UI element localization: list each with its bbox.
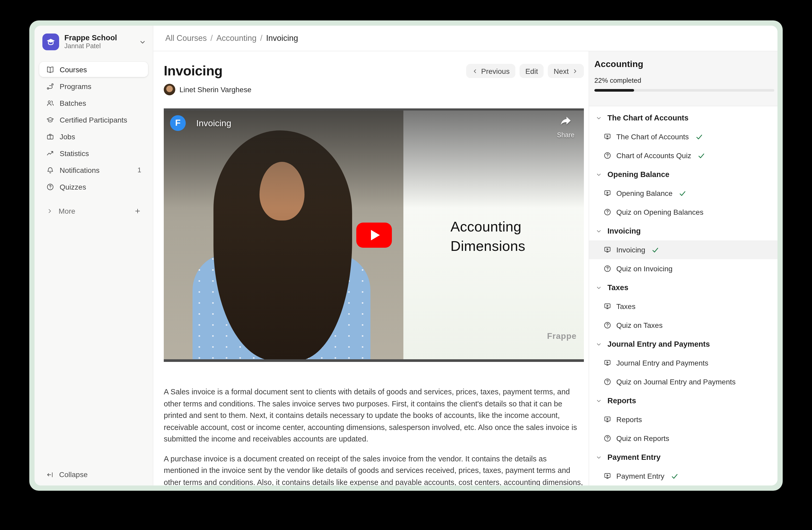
progress-label: 22% completed [594, 76, 774, 84]
outline-item-quiz-on-reports[interactable]: Quiz on Reports [589, 429, 778, 448]
outline-section-taxes[interactable]: Taxes [589, 278, 778, 297]
page-title: Invoicing [164, 63, 223, 79]
check-icon [695, 133, 703, 141]
outline-item-quiz-on-journal-entry-and-payments[interactable]: Quiz on Journal Entry and Payments [589, 372, 778, 391]
outline-section-title: Reports [607, 396, 636, 405]
video-overlay-title[interactable]: Invoicing [196, 118, 231, 129]
sidebar-item-batches[interactable]: Batches [39, 95, 148, 111]
outline-item-the-chart-of-accounts[interactable]: The Chart of Accounts [589, 127, 778, 146]
outline-item-label: Reports [616, 415, 642, 424]
lesson-video-player[interactable]: Accounting Dimensions Frappe F Invoicing [164, 108, 584, 362]
school-name: Frappe School [64, 34, 117, 42]
outline-item-quiz-on-opening-balances[interactable]: Quiz on Opening Balances [589, 203, 778, 222]
course-progress-bar [594, 89, 774, 92]
outline-item-label: Quiz on Opening Balances [616, 208, 704, 216]
check-icon [652, 246, 659, 254]
course-outline: The Chart of AccountsThe Chart of Accoun… [589, 106, 778, 486]
frappe-school-logo [42, 33, 59, 50]
outline-item-taxes[interactable]: Taxes [589, 297, 778, 316]
breadcrumb-item-invoicing: Invoicing [266, 33, 298, 43]
sidebar-item-notifications[interactable]: Notifications1 [39, 162, 148, 178]
outline-item-label: Quiz on Reports [616, 434, 669, 443]
sidebar-item-courses[interactable]: Courses [39, 62, 148, 77]
outline-section-title: The Chart of Accounts [607, 114, 688, 122]
sidebar-item-label: Quizzes [60, 182, 86, 191]
sidebar-item-certified-participants[interactable]: Certified Participants [39, 112, 148, 127]
outline-section-payment-entry[interactable]: Payment Entry [589, 448, 778, 466]
next-button[interactable]: Next [548, 64, 584, 78]
video-lesson-icon [603, 189, 612, 197]
outline-section-invoicing[interactable]: Invoicing [589, 222, 778, 240]
sidebar-item-label: Programs [60, 82, 91, 90]
previous-button[interactable]: Previous [466, 64, 516, 78]
frappe-watermark: Frappe [547, 332, 577, 341]
play-button[interactable] [356, 223, 392, 248]
outline-item-invoicing[interactable]: Invoicing [589, 240, 778, 259]
sidebar-footer: Collapse [34, 468, 153, 486]
edit-button[interactable]: Edit [520, 64, 543, 78]
outline-item-label: Invoicing [616, 246, 646, 254]
sidebar-item-quizzes[interactable]: Quizzes [39, 179, 148, 194]
channel-logo[interactable]: F [170, 115, 186, 131]
workspace-switcher[interactable]: Frappe School Jannat Patel [34, 26, 153, 50]
chevron-down-icon [595, 114, 602, 121]
sidebar-item-label: Batches [60, 99, 86, 107]
outline-item-label: Chart of Accounts Quiz [616, 151, 691, 160]
outline-item-quiz-on-invoicing[interactable]: Quiz on Invoicing [589, 259, 778, 278]
quiz-icon [603, 151, 612, 160]
user-name: Jannat Patel [64, 42, 117, 50]
outline-item-label: Quiz on Journal Entry and Payments [616, 378, 736, 386]
outline-item-label: Journal Entry and Payments [616, 359, 708, 367]
outline-section-reports[interactable]: Reports [589, 391, 778, 410]
notification-count-badge: 1 [137, 166, 141, 174]
sidebar-item-label: Courses [60, 65, 87, 73]
graduation-icon [46, 115, 54, 124]
outline-item-quiz-on-taxes[interactable]: Quiz on Taxes [589, 316, 778, 335]
collapse-label: Collapse [59, 470, 88, 479]
more-label: More [59, 207, 75, 215]
quiz-icon [603, 378, 612, 386]
outline-item-opening-balance[interactable]: Opening Balance [589, 184, 778, 203]
quiz-icon [603, 321, 612, 330]
breadcrumb-item-accounting[interactable]: Accounting [216, 33, 256, 43]
outline-item-payment-entry[interactable]: Payment Entry [589, 466, 778, 486]
outline-item-label: Quiz on Invoicing [616, 264, 672, 273]
outline-section-title: Opening Balance [607, 170, 669, 179]
sidebar-item-more[interactable]: More [39, 203, 148, 219]
collapse-icon [46, 471, 54, 478]
chevron-down-icon[interactable] [139, 38, 146, 46]
users-icon [46, 99, 54, 107]
outline-section-title: Taxes [607, 283, 628, 292]
video-lesson-icon [603, 246, 612, 254]
body-row: Invoicing Previous Edit Nex [153, 51, 778, 486]
video-lesson-icon [603, 302, 612, 310]
share-arrow-icon [559, 115, 572, 128]
outline-section-opening-balance[interactable]: Opening Balance [589, 165, 778, 184]
video-lesson-icon [603, 472, 612, 480]
check-icon [671, 472, 679, 480]
graduation-cap-icon [45, 37, 56, 47]
outline-section-the-chart-of-accounts[interactable]: The Chart of Accounts [589, 108, 778, 127]
author-avatar [164, 84, 175, 95]
outline-item-journal-entry-and-payments[interactable]: Journal Entry and Payments [589, 353, 778, 372]
collapse-sidebar-button[interactable]: Collapse [39, 468, 148, 481]
quiz-icon [603, 264, 612, 273]
chevron-left-icon [472, 68, 478, 74]
sidebar: Frappe School Jannat Patel CoursesProgra… [34, 26, 153, 486]
author-name: Linet Sherin Varghese [179, 85, 251, 94]
outline-section-journal-entry-and-payments[interactable]: Journal Entry and Payments [589, 335, 778, 353]
progress-fill [594, 89, 634, 92]
outline-item-label: Quiz on Taxes [616, 321, 663, 330]
share-button[interactable]: Share [557, 115, 575, 139]
plus-icon[interactable] [134, 207, 141, 214]
sidebar-item-statistics[interactable]: Statistics [39, 145, 148, 161]
breadcrumb-item-all-courses[interactable]: All Courses [165, 33, 207, 43]
chevron-down-icon [595, 397, 602, 404]
sidebar-item-jobs[interactable]: Jobs [39, 129, 148, 144]
outline-item-chart-of-accounts-quiz[interactable]: Chart of Accounts Quiz [589, 146, 778, 165]
app-window-frame: Frappe School Jannat Patel CoursesProgra… [29, 20, 783, 491]
outline-item-label: Payment Entry [616, 472, 665, 480]
sidebar-item-programs[interactable]: Programs [39, 79, 148, 94]
bell-icon [46, 166, 54, 174]
outline-item-reports[interactable]: Reports [589, 410, 778, 429]
